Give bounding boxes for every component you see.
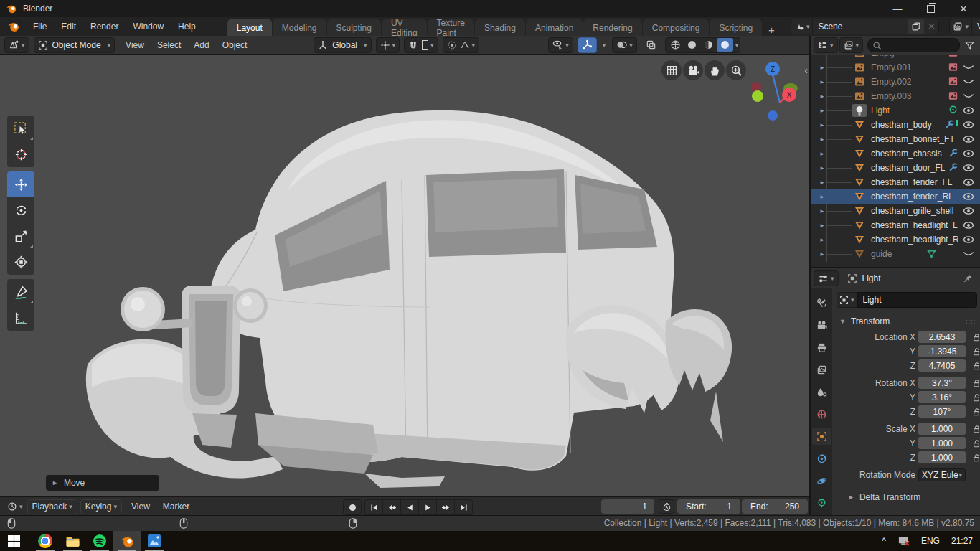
tab-layout[interactable]: Layout bbox=[227, 19, 272, 36]
camera-view-button[interactable] bbox=[683, 60, 703, 80]
expand-arrow-icon[interactable]: ► bbox=[819, 79, 825, 85]
outliner-row-empty-003[interactable]: ► Empty.003 bbox=[811, 89, 980, 103]
taskbar-blender-active[interactable] bbox=[113, 531, 141, 551]
frame-end-field[interactable]: End:250 bbox=[742, 499, 808, 514]
outliner-row-chestham-fender-rl-selected[interactable]: ► chestham_fender_RL bbox=[811, 189, 980, 204]
rotation-x-field[interactable]: 37.3° bbox=[918, 377, 966, 389]
add-workspace-button[interactable]: + bbox=[763, 24, 781, 36]
gizmo-dropdown[interactable]: ▾ bbox=[598, 37, 608, 53]
rotation-z-field[interactable]: 107° bbox=[918, 405, 966, 418]
eye-closed-icon[interactable] bbox=[963, 55, 974, 59]
visibility-dropdown[interactable]: ▾ bbox=[548, 37, 573, 53]
eye-open-icon[interactable] bbox=[963, 191, 974, 202]
play-reverse-button[interactable] bbox=[400, 499, 418, 515]
eye-open-icon[interactable] bbox=[963, 105, 974, 116]
taskbar-photos[interactable] bbox=[141, 531, 168, 551]
expand-arrow-icon[interactable]: ► bbox=[819, 208, 825, 215]
lock-open-icon[interactable] bbox=[971, 378, 980, 388]
tab-world[interactable] bbox=[812, 405, 831, 423]
close-button[interactable]: ✕ bbox=[947, 0, 980, 17]
pan-view-button[interactable] bbox=[705, 60, 725, 80]
keying-menu[interactable]: Keying▾ bbox=[80, 499, 122, 514]
object-id-browse-button[interactable]: ▾ bbox=[837, 292, 857, 308]
tab-scene[interactable] bbox=[812, 383, 831, 400]
taskbar-file-explorer[interactable] bbox=[59, 531, 86, 551]
menu-window[interactable]: Window bbox=[126, 22, 171, 32]
expand-arrow-icon[interactable]: ► bbox=[819, 222, 825, 229]
scale-y-field[interactable]: 1.000 bbox=[918, 437, 966, 449]
tab-object[interactable] bbox=[812, 428, 831, 445]
tab-scripting[interactable]: Scripting bbox=[710, 19, 762, 36]
blender-menu-icon[interactable] bbox=[7, 20, 20, 33]
location-x-field[interactable]: 2.6543 bbox=[918, 331, 966, 343]
outliner-display-mode-dropdown[interactable]: ▾ bbox=[814, 37, 838, 53]
tab-shading[interactable]: Shading bbox=[475, 19, 525, 36]
eye-open-icon[interactable] bbox=[963, 234, 974, 245]
menu-object[interactable]: Object bbox=[216, 40, 254, 50]
use-preview-range-button[interactable] bbox=[659, 499, 674, 514]
scene-name[interactable]: Scene bbox=[813, 22, 908, 32]
tab-render[interactable] bbox=[812, 316, 831, 334]
expand-arrow-icon[interactable]: ► bbox=[819, 122, 825, 128]
tab-animation[interactable]: Animation bbox=[526, 19, 583, 36]
tab-physics[interactable] bbox=[812, 472, 831, 489]
tab-tool[interactable] bbox=[812, 294, 831, 311]
play-button[interactable] bbox=[418, 499, 436, 515]
properties-editor-type-button[interactable]: ▾ bbox=[814, 270, 839, 286]
tab-constraints[interactable] bbox=[812, 450, 831, 467]
panel-grip-icon[interactable]: :::: bbox=[966, 318, 976, 325]
outliner-row-chestham-grille-shell[interactable]: ► chestham_grille_shell bbox=[811, 204, 980, 218]
car-body-model[interactable] bbox=[0, 55, 809, 496]
lock-open-icon[interactable] bbox=[971, 392, 980, 402]
shading-rendered-button[interactable] bbox=[717, 38, 733, 52]
previous-keyframe-button[interactable] bbox=[382, 499, 400, 515]
lock-open-icon[interactable] bbox=[971, 407, 980, 417]
xray-toggle[interactable] bbox=[641, 37, 661, 53]
menu-render[interactable]: Render bbox=[83, 22, 126, 32]
outliner-search-input[interactable] bbox=[867, 38, 960, 52]
taskbar-spotify[interactable] bbox=[86, 531, 113, 551]
tab-object-data[interactable] bbox=[812, 494, 831, 512]
tool-cursor[interactable] bbox=[7, 141, 34, 167]
tab-compositing[interactable]: Compositing bbox=[643, 19, 710, 36]
tool-move[interactable] bbox=[7, 171, 34, 197]
menu-view[interactable]: View bbox=[119, 40, 151, 50]
viewport-3d[interactable]: Z X ‹ ► Move bbox=[0, 55, 809, 496]
expand-arrow-icon[interactable]: ► bbox=[819, 108, 825, 114]
menu-edit[interactable]: Edit bbox=[54, 22, 83, 32]
eye-closed-icon[interactable] bbox=[963, 248, 974, 260]
location-y-field[interactable]: -1.3945 bbox=[918, 345, 966, 357]
expand-arrow-icon[interactable]: ► bbox=[819, 194, 825, 200]
eye-open-icon[interactable] bbox=[963, 205, 974, 217]
rotation-mode-dropdown[interactable]: XYZ Eule▾ bbox=[918, 468, 966, 481]
language-indicator[interactable]: ENG bbox=[921, 536, 940, 546]
auto-keyframe-record-button[interactable] bbox=[343, 499, 362, 515]
scene-browse-button[interactable]: ▾ bbox=[791, 19, 814, 34]
outliner-row-chestham-headlight-l[interactable]: ► chestham_headlight_L bbox=[811, 218, 980, 232]
gizmo-toggle[interactable] bbox=[578, 37, 597, 53]
outliner-row-chestham-body[interactable]: ► chestham_body bbox=[811, 118, 980, 132]
tray-expand-button[interactable]: ^ bbox=[882, 536, 886, 546]
eye-open-icon[interactable] bbox=[963, 220, 974, 231]
editor-type-button[interactable]: ▾ bbox=[4, 37, 29, 53]
tool-transform[interactable] bbox=[7, 249, 34, 275]
timeline-editor-type-button[interactable]: ▾ bbox=[3, 499, 27, 514]
network-disconnected-icon[interactable] bbox=[897, 534, 911, 548]
snap-target-dropdown[interactable]: ▾ bbox=[376, 37, 400, 53]
minimize-button[interactable]: — bbox=[881, 0, 914, 17]
outliner-row-empty[interactable]: ► Empty bbox=[811, 55, 980, 60]
lock-open-icon[interactable] bbox=[971, 438, 980, 448]
outliner-scope-dropdown[interactable]: ▾ bbox=[839, 37, 864, 53]
outliner-row-guide[interactable]: ► guide bbox=[811, 247, 980, 261]
view-layer-browse-button[interactable]: ▾ bbox=[950, 19, 972, 34]
frame-start-field[interactable]: Start:1 bbox=[677, 499, 740, 514]
restore-button[interactable] bbox=[914, 0, 947, 17]
tab-view-layer[interactable] bbox=[812, 361, 831, 378]
eye-open-icon[interactable] bbox=[963, 119, 974, 131]
rotation-y-field[interactable]: 3.16° bbox=[918, 391, 966, 403]
jump-to-start-button[interactable] bbox=[364, 499, 382, 515]
unlink-scene-button[interactable]: ✕ bbox=[924, 22, 938, 32]
location-z-field[interactable]: 4.7405 bbox=[918, 359, 966, 372]
shading-material-button[interactable] bbox=[700, 38, 717, 52]
menu-help[interactable]: Help bbox=[171, 22, 203, 32]
